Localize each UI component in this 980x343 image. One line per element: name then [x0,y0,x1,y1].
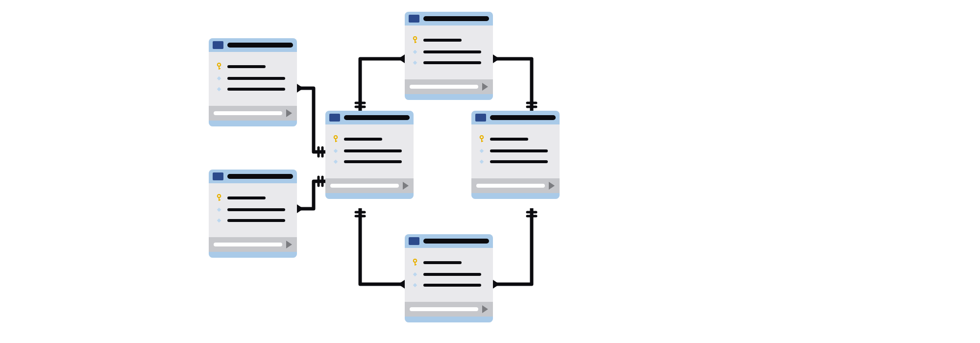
column-name-placeholder [227,219,285,222]
column-row [332,159,407,165]
svg-rect-20 [335,141,337,142]
db-table-t5[interactable] [405,12,493,100]
play-icon[interactable] [403,182,409,190]
relationship-t5-t6 [488,55,536,111]
relationship-t2-t3 [292,177,325,213]
table-columns [209,183,297,237]
column-row [412,282,486,288]
column-name-placeholder [423,39,462,42]
play-icon[interactable] [549,182,555,190]
scrollbar-track[interactable] [410,307,478,311]
table-columns [325,124,414,178]
column-row [412,60,486,66]
svg-rect-12 [217,87,221,91]
table-header-badge [329,114,340,122]
column-name-placeholder [423,284,481,287]
scrollbar-track[interactable] [476,184,545,188]
play-icon[interactable] [286,241,292,248]
column-row [216,194,290,202]
diamond-icon [412,49,418,55]
table-header [209,170,297,183]
column-row [478,159,553,165]
svg-rect-17 [217,219,221,222]
diamond-icon [216,207,222,213]
column-name-placeholder [227,208,285,211]
db-table-t3[interactable] [325,111,414,199]
diamond-icon [478,148,485,154]
svg-rect-27 [413,283,417,287]
diamond-icon [332,159,339,165]
column-row [332,148,407,154]
table-header [325,111,414,124]
column-row [216,218,290,223]
svg-rect-35 [481,141,483,142]
table-columns [471,124,560,178]
table-base [325,193,414,199]
column-name-placeholder [423,273,481,276]
diamond-icon [332,148,339,154]
db-table-t2[interactable] [209,170,297,258]
svg-rect-31 [413,50,417,54]
column-name-placeholder [344,149,402,152]
play-icon[interactable] [482,305,488,313]
table-title-placeholder [490,115,556,120]
column-row [412,259,486,267]
column-name-placeholder [490,138,528,141]
diamond-icon [478,159,485,165]
table-footer [471,178,560,193]
key-icon [478,135,485,143]
table-header [405,234,493,248]
column-row [478,148,553,154]
column-name-placeholder [344,138,382,141]
db-table-t4[interactable] [405,234,493,322]
svg-rect-16 [217,208,221,212]
diamond-icon [216,86,222,92]
column-row [412,49,486,55]
column-row [412,271,486,277]
key-icon [412,259,418,267]
diamond-icon [412,60,418,66]
db-table-t6[interactable] [471,111,560,199]
svg-rect-11 [217,76,221,80]
play-icon[interactable] [482,83,488,91]
table-title-placeholder [227,174,293,179]
key-icon [216,63,222,71]
db-table-t1[interactable] [209,38,297,126]
column-name-placeholder [490,160,548,163]
table-header [209,38,297,52]
table-header [405,12,493,25]
table-footer [209,237,297,252]
table-title-placeholder [344,115,410,120]
scrollbar-track[interactable] [214,243,282,246]
svg-rect-37 [480,160,484,164]
column-name-placeholder [227,77,285,80]
column-name-placeholder [490,149,548,152]
svg-rect-22 [334,160,338,164]
table-header-badge [213,172,223,180]
key-icon [332,135,339,143]
column-name-placeholder [344,160,402,163]
table-base [209,252,297,258]
table-base [405,94,493,100]
relationship-t3-t5 [356,55,410,111]
table-title-placeholder [423,239,489,244]
column-row [216,63,290,71]
scrollbar-track[interactable] [330,184,399,188]
relationship-t1-t3 [292,84,325,156]
play-icon[interactable] [286,109,292,117]
table-header-badge [213,41,223,49]
table-header-badge [409,15,419,23]
column-name-placeholder [227,88,285,91]
key-icon [216,194,222,202]
table-title-placeholder [423,16,489,21]
column-row [478,135,553,143]
scrollbar-track[interactable] [410,85,478,89]
diamond-icon [216,218,222,223]
column-name-placeholder [227,65,266,68]
svg-rect-30 [415,42,416,43]
svg-rect-15 [219,199,220,200]
column-row [216,207,290,213]
scrollbar-track[interactable] [214,111,282,115]
table-title-placeholder [227,43,293,48]
table-base [471,193,560,199]
